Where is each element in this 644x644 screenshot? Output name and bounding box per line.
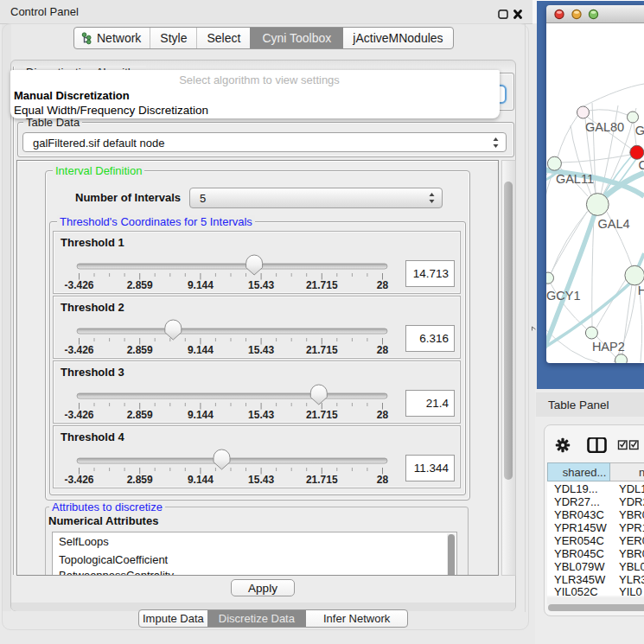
svg-text:-3.426: -3.426 — [64, 409, 93, 421]
svg-text:-3.426: -3.426 — [64, 474, 93, 486]
svg-text:GAL80: GAL80 — [585, 120, 624, 134]
svg-text:28: 28 — [377, 474, 389, 486]
svg-text:21.715: 21.715 — [306, 344, 338, 356]
svg-text:9.144: 9.144 — [188, 344, 214, 356]
svg-text:28: 28 — [377, 344, 389, 356]
svg-text:2.859: 2.859 — [127, 409, 153, 421]
svg-text:28: 28 — [377, 279, 389, 291]
svg-text:15.43: 15.43 — [248, 279, 274, 291]
svg-text:GAL11: GAL11 — [556, 172, 594, 186]
svg-text:G.: G. — [635, 124, 644, 137]
svg-text:15.43: 15.43 — [248, 409, 274, 421]
svg-text:9.144: 9.144 — [188, 409, 214, 421]
svg-text:2.859: 2.859 — [127, 474, 153, 486]
svg-text:2.859: 2.859 — [127, 344, 153, 356]
svg-text:2.859: 2.859 — [127, 279, 153, 291]
svg-text:28: 28 — [377, 409, 389, 421]
svg-text:-3.426: -3.426 — [64, 344, 93, 356]
svg-text:9.144: 9.144 — [188, 279, 214, 291]
svg-text:21.715: 21.715 — [306, 409, 338, 421]
svg-text:-3.426: -3.426 — [64, 279, 93, 291]
svg-text:GCY1: GCY1 — [546, 289, 581, 303]
svg-text:21.715: 21.715 — [306, 474, 338, 486]
svg-text:9.144: 9.144 — [188, 474, 214, 486]
svg-text:15.43: 15.43 — [248, 474, 274, 486]
svg-text:C: C — [639, 158, 644, 172]
svg-text:HAP2: HAP2 — [592, 340, 625, 354]
svg-text:15.43: 15.43 — [248, 344, 274, 356]
svg-text:H: H — [638, 284, 644, 297]
svg-text:21.715: 21.715 — [306, 279, 338, 291]
svg-text:GAL4: GAL4 — [598, 217, 630, 231]
